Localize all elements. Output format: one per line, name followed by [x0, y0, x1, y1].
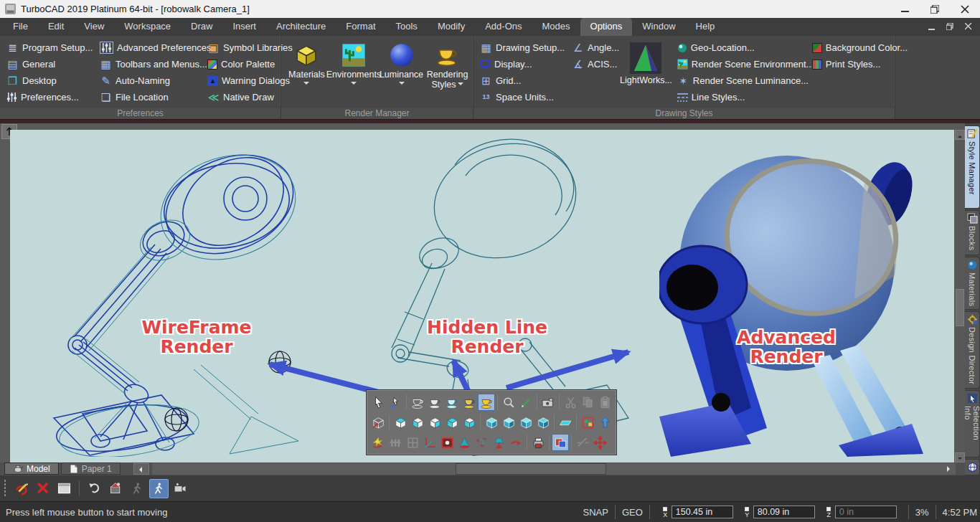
delete-button[interactable] [33, 479, 52, 498]
iso-cube-3-button[interactable] [426, 414, 443, 431]
ribbon-item-display[interactable]: Display... [478, 56, 567, 72]
paste-button[interactable] [596, 394, 613, 411]
menu-file[interactable]: File [3, 18, 38, 36]
print-render-button[interactable] [529, 434, 547, 451]
minimize-button[interactable] [890, 0, 920, 18]
perspective-cube-button[interactable] [369, 414, 387, 431]
menu-architecture[interactable]: Architecture [266, 18, 336, 36]
palette-tab-design-director[interactable]: Design Director [965, 311, 980, 389]
ribbon-item-geo-location[interactable]: Geo-Location... [675, 39, 807, 56]
y-coordinate-input[interactable] [753, 506, 815, 518]
camera-button[interactable] [540, 394, 557, 411]
hidden-line-render-button[interactable] [426, 394, 443, 411]
menu-tools[interactable]: Tools [386, 18, 428, 36]
cancel-draw-button[interactable] [11, 479, 31, 498]
ribbon-item-desktop[interactable]: ❒Desktop [4, 72, 95, 89]
iso-cube-2-button[interactable] [409, 414, 426, 431]
axis-button[interactable] [421, 434, 438, 451]
ribbon-button-lightworks[interactable]: LightWorks... [620, 39, 672, 107]
menu-modify[interactable]: Modify [428, 18, 475, 36]
menu-add-ons[interactable]: Add-Ons [475, 18, 532, 36]
copy-button[interactable] [579, 394, 596, 411]
sheet-tab-model[interactable]: Model [4, 462, 59, 475]
ribbon-item-line-styles[interactable]: Line Styles... [675, 89, 807, 105]
light-button[interactable] [369, 434, 387, 451]
close-button[interactable] [950, 0, 980, 18]
lamp-button[interactable] [490, 434, 507, 451]
horizontal-scroll-thumb[interactable] [456, 463, 606, 475]
ribbon-item-warning-dialogs[interactable]: ▲Warning Dialogs [205, 72, 291, 89]
geo-toggle[interactable]: GEO [622, 507, 643, 518]
ribbon-item-render-scene-luminance[interactable]: ✶Render Scene Luminance... [675, 72, 807, 89]
run-button[interactable] [149, 479, 169, 498]
advanced-render-button[interactable] [478, 394, 495, 411]
select-edit-button[interactable] [387, 394, 404, 411]
ribbon-item-background-color[interactable]: Background Color... [810, 39, 910, 56]
shaded-cube-1-button[interactable] [483, 414, 500, 431]
select-arrow-button[interactable] [369, 394, 387, 411]
ribbon-item-advanced-preferences[interactable]: Advanced Preferences [98, 39, 202, 56]
mdi-restore-button[interactable] [944, 21, 956, 32]
y-lock-checkbox[interactable] [745, 507, 749, 511]
menu-options[interactable]: Options [580, 18, 633, 36]
toggle-render-button[interactable] [552, 434, 569, 451]
menu-window[interactable]: Window [632, 18, 685, 36]
plane-button[interactable] [557, 414, 574, 431]
scroll-right-button[interactable] [941, 463, 956, 475]
ribbon-item-drawing-setup[interactable]: ▦Drawing Setup... [478, 39, 567, 56]
vertical-scroll-thumb[interactable] [956, 289, 964, 326]
palette-tab-blocks[interactable]: Blocks [965, 210, 980, 255]
points-button[interactable] [473, 434, 490, 451]
x-coordinate-input[interactable] [672, 506, 733, 518]
palette-tab-materials[interactable]: Materials [965, 257, 980, 309]
menu-edit[interactable]: Edit [38, 18, 74, 36]
palette-tab-internet[interactable] [965, 459, 980, 475]
toolbar-grip[interactable] [4, 479, 7, 498]
ribbon-item-print-styles[interactable]: Print Styles... [810, 56, 910, 72]
mdi-close-button[interactable] [963, 21, 974, 32]
camera-record-button[interactable] [171, 479, 190, 498]
ribbon-button-environments[interactable]: Environments [331, 39, 377, 107]
sheet-tab-paper-1[interactable]: Paper 1 [61, 462, 121, 475]
drawing-canvas[interactable]: WireFrameRender Hidden LineRender Advanc… [10, 130, 954, 462]
ribbon-item-file-location[interactable]: ❏File Location [98, 89, 202, 105]
ribbon-item-color-palette[interactable]: Color Palette [205, 56, 291, 72]
ribbon-item-grid[interactable]: ⊞Grid... [478, 72, 567, 89]
palette-tab-selection-info[interactable]: Selection Info [965, 390, 980, 457]
menu-insert[interactable]: Insert [222, 18, 266, 36]
ribbon-button-rendering-styles[interactable]: Rendering Styles [426, 39, 468, 107]
grid-snap-button[interactable] [404, 434, 421, 451]
fence-button[interactable] [387, 434, 404, 451]
walk-button[interactable] [128, 479, 147, 498]
iso-cube-5-button[interactable] [461, 414, 478, 431]
ribbon-item-angle[interactable]: ∠Angle... [570, 39, 617, 56]
ribbon-item-symbol-libraries[interactable]: ▣Symbol Libraries [205, 39, 291, 56]
ribbon-item-native-draw[interactable]: ≪Native Draw [205, 89, 291, 105]
ribbon-button-luminance[interactable]: Luminance [380, 39, 423, 107]
shaded-cube-2-button[interactable] [500, 414, 517, 431]
menu-view[interactable]: View [74, 18, 114, 36]
measure-button[interactable] [574, 434, 591, 451]
menu-draw[interactable]: Draw [181, 18, 222, 36]
brush-button[interactable] [517, 394, 534, 411]
cone-button[interactable] [456, 434, 473, 451]
ribbon-button-materials[interactable]: Materials [286, 39, 328, 107]
scroll-left-button[interactable] [133, 463, 149, 475]
iso-cube-1-button[interactable] [392, 414, 409, 431]
ribbon-item-acis[interactable]: ∡ACIS... [570, 56, 617, 72]
restore-button[interactable] [920, 0, 950, 18]
ribbon-item-space-units[interactable]: 13Space Units... [478, 89, 567, 105]
menu-help[interactable]: Help [686, 18, 725, 36]
mdi-minimize-button[interactable] [925, 21, 937, 32]
draft-render-button[interactable] [443, 394, 461, 411]
ribbon-item-preferences[interactable]: Preferences... [4, 89, 95, 105]
z-coordinate-input[interactable] [835, 506, 897, 518]
iso-cube-4-button[interactable] [443, 414, 461, 431]
undo-button[interactable] [85, 479, 104, 498]
horizontal-scrollbar[interactable] [152, 463, 941, 475]
move-camera-button[interactable] [591, 434, 608, 451]
quality-render-button[interactable] [461, 394, 478, 411]
menu-workspace[interactable]: Workspace [114, 18, 181, 36]
material-apply-button[interactable] [579, 414, 596, 431]
x-lock-checkbox[interactable] [663, 507, 667, 511]
